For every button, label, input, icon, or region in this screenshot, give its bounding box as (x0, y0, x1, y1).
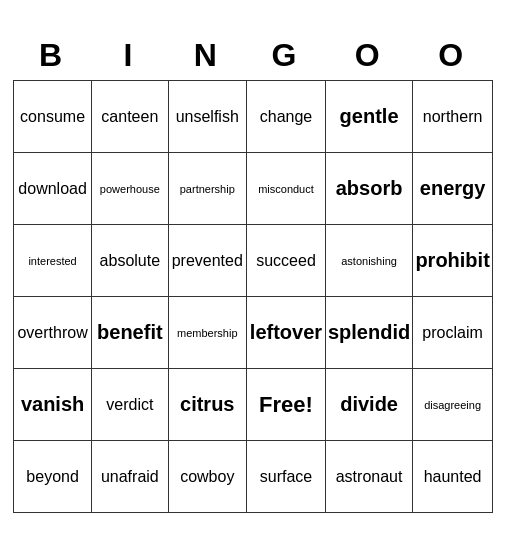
bingo-cell: verdict (92, 369, 168, 441)
bingo-cell: powerhouse (92, 153, 168, 225)
table-row: consumecanteenunselfishchangegentlenorth… (14, 81, 493, 153)
bingo-cell: disagreeing (413, 369, 493, 441)
table-row: interestedabsolutepreventedsucceedastoni… (14, 225, 493, 297)
bingo-cell: citrus (168, 369, 247, 441)
bingo-header-letter: N (168, 31, 247, 81)
bingo-cell: partnership (168, 153, 247, 225)
bingo-cell: proclaim (413, 297, 493, 369)
bingo-header-letter: B (14, 31, 92, 81)
bingo-cell: energy (413, 153, 493, 225)
bingo-cell: interested (14, 225, 92, 297)
bingo-header-letter: I (92, 31, 168, 81)
bingo-cell: download (14, 153, 92, 225)
bingo-cell: prohibit (413, 225, 493, 297)
bingo-cell: beyond (14, 441, 92, 513)
bingo-cell: divide (325, 369, 412, 441)
bingo-cell: haunted (413, 441, 493, 513)
bingo-cell: absolute (92, 225, 168, 297)
bingo-cell: astonishing (325, 225, 412, 297)
bingo-cell: change (247, 81, 326, 153)
bingo-cell: cowboy (168, 441, 247, 513)
bingo-cell: succeed (247, 225, 326, 297)
bingo-header-letter: G (247, 31, 326, 81)
table-row: beyondunafraidcowboysurfaceastronauthaun… (14, 441, 493, 513)
table-row: vanishverdictcitrusFree!dividedisagreein… (14, 369, 493, 441)
bingo-cell: leftover (247, 297, 326, 369)
table-row: overthrowbenefitmembershipleftoversplend… (14, 297, 493, 369)
table-row: downloadpowerhousepartnershipmisconducta… (14, 153, 493, 225)
bingo-cell: vanish (14, 369, 92, 441)
bingo-header-letter: O (413, 31, 493, 81)
bingo-cell: unafraid (92, 441, 168, 513)
bingo-header-letter: O (325, 31, 412, 81)
bingo-cell: consume (14, 81, 92, 153)
bingo-cell: unselfish (168, 81, 247, 153)
bingo-cell: absorb (325, 153, 412, 225)
bingo-cell: Free! (247, 369, 326, 441)
bingo-cell: surface (247, 441, 326, 513)
bingo-cell: northern (413, 81, 493, 153)
bingo-cell: canteen (92, 81, 168, 153)
bingo-card: BINGOO consumecanteenunselfishchangegent… (13, 31, 493, 514)
bingo-cell: overthrow (14, 297, 92, 369)
bingo-cell: prevented (168, 225, 247, 297)
bingo-cell: misconduct (247, 153, 326, 225)
bingo-cell: membership (168, 297, 247, 369)
bingo-cell: splendid (325, 297, 412, 369)
bingo-cell: gentle (325, 81, 412, 153)
bingo-cell: benefit (92, 297, 168, 369)
bingo-cell: astronaut (325, 441, 412, 513)
